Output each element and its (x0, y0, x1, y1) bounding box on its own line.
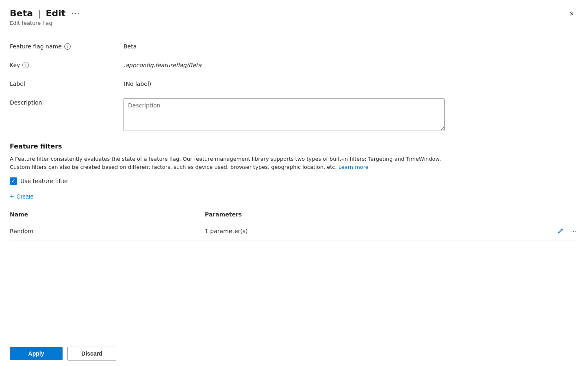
feature-flag-name-label: Feature flag name i (10, 42, 124, 50)
close-button[interactable]: × (565, 7, 578, 20)
feature-flag-name-row: Feature flag name i Beta (10, 42, 578, 50)
use-feature-filter-checkbox[interactable]: ✓ (10, 177, 17, 185)
table-header: Name Parameters (10, 207, 578, 222)
use-feature-filter-label[interactable]: Use feature filter (20, 178, 68, 184)
table-row: Random 1 parameter(s) ··· (10, 222, 578, 240)
apply-button[interactable]: Apply (10, 347, 63, 360)
col-name-header: Name (10, 211, 205, 218)
filter-actions-cell: ··· (556, 227, 578, 235)
learn-more-link[interactable]: Learn more (338, 164, 369, 170)
key-row: Key i .appconfig.featureflag/Beta (10, 61, 578, 68)
filter-more-button[interactable]: ··· (569, 227, 578, 235)
panel-header: Beta | Edit ··· Edit feature flag × (0, 0, 588, 33)
col-params-header: Parameters (205, 211, 578, 218)
description-input[interactable] (124, 98, 445, 131)
label-row: Label (No label) (10, 80, 578, 87)
close-icon: × (570, 10, 574, 18)
feature-flag-name-value: Beta (124, 42, 137, 50)
discard-button[interactable]: Discard (67, 347, 116, 360)
description-label: Description (10, 98, 124, 106)
panel-title-main: Beta (10, 8, 33, 18)
label-label: Label (10, 80, 124, 87)
more-actions-icon: ··· (570, 228, 577, 234)
filter-params-cell: 1 parameter(s) (205, 228, 556, 234)
filter-name-cell: Random (10, 228, 205, 234)
create-filter-button[interactable]: + Create (10, 193, 34, 200)
use-feature-filter-row: ✓ Use feature filter (10, 177, 578, 185)
feature-flag-name-info-icon[interactable]: i (64, 43, 71, 50)
create-filter-label: Create (17, 193, 34, 200)
panel-footer: Apply Discard (0, 340, 588, 367)
filter-edit-button[interactable] (556, 227, 564, 235)
panel-title-row: Beta | Edit ··· (10, 8, 578, 18)
panel-body: Feature flag name i Beta Key i .appconfi… (0, 33, 588, 340)
filters-table: Name Parameters Random 1 parameter(s) (10, 207, 578, 240)
key-label: Key i (10, 61, 124, 68)
plus-icon: + (10, 193, 14, 200)
checkbox-check-icon: ✓ (11, 179, 15, 184)
feature-filters-description: A Feature filter consistently evaluates … (10, 155, 457, 171)
edit-feature-flag-panel: Beta | Edit ··· Edit feature flag × Feat… (0, 0, 588, 367)
label-value: (No label) (124, 80, 151, 87)
feature-filters-section: Feature filters A Feature filter consist… (10, 142, 578, 240)
panel-subtitle: Edit feature flag (10, 20, 578, 26)
pencil-icon (557, 228, 564, 234)
description-row: Description (10, 98, 578, 131)
key-info-icon[interactable]: i (22, 62, 29, 68)
key-value: .appconfig.featureflag/Beta (124, 61, 202, 68)
panel-more-icon[interactable]: ··· (71, 9, 80, 17)
panel-title-section: Edit (46, 8, 65, 18)
feature-filters-title: Feature filters (10, 142, 578, 150)
panel-title-separator: | (38, 8, 41, 18)
